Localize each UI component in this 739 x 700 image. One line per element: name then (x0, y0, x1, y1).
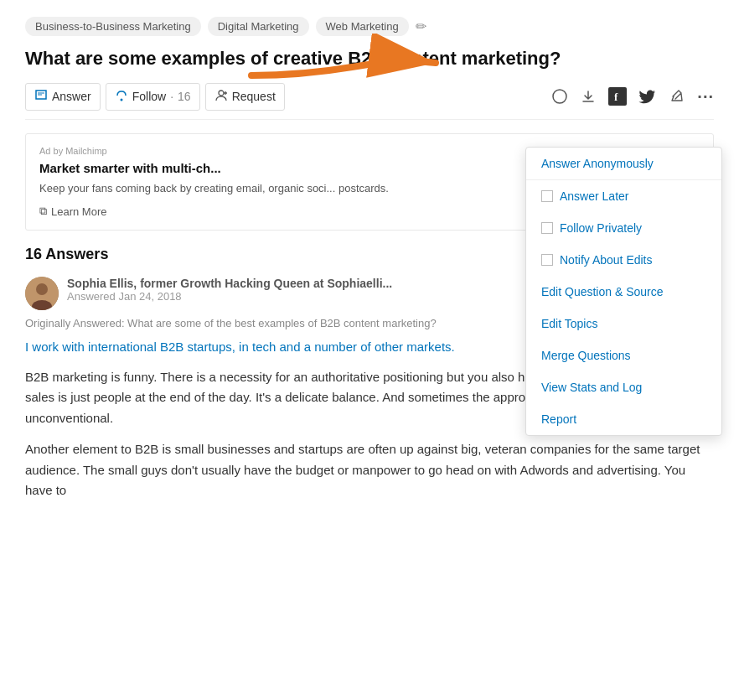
facebook-icon[interactable]: f (608, 87, 627, 106)
learn-more-icon: ⧉ (39, 205, 47, 218)
twitter-icon[interactable] (638, 87, 657, 106)
merge-questions-label: Merge Questions (541, 349, 631, 362)
question-title: What are some examples of creative B2B c… (25, 46, 714, 71)
action-bar-left: Answer Follow · 16 (25, 83, 285, 111)
view-stats-log-label: View Stats and Log (541, 381, 642, 394)
answer-button[interactable]: Answer (25, 83, 101, 111)
report-item[interactable]: Report (526, 403, 721, 435)
request-label: Request (232, 90, 276, 103)
answer-later-checkbox[interactable] (541, 190, 553, 202)
edit-question-source-item[interactable]: Edit Question & Source (526, 276, 721, 308)
share-icon[interactable] (669, 88, 685, 105)
tag-b2b[interactable]: Business-to-Business Marketing (25, 17, 201, 36)
dropdown-menu: Answer Anonymously Answer Later Follow P… (525, 147, 722, 436)
tag-digital[interactable]: Digital Marketing (208, 17, 309, 36)
tag-web[interactable]: Web Marketing (316, 17, 409, 36)
answer-para-2: Another element to B2B is small business… (25, 439, 714, 501)
answerer-date: Answered Jan 24, 2018 (67, 290, 392, 303)
comment-icon[interactable] (551, 88, 568, 105)
svg-point-2 (553, 90, 566, 103)
notify-edits-checkbox[interactable] (541, 254, 553, 266)
svg-point-7 (36, 283, 48, 295)
edit-topics-item[interactable]: Edit Topics (526, 308, 721, 340)
avatar (25, 277, 59, 310)
report-label: Report (541, 412, 576, 426)
action-bar: Answer Follow · 16 (25, 83, 714, 120)
follow-privately-label: Follow Privately (560, 221, 642, 235)
follow-button[interactable]: Follow · 16 (106, 83, 200, 111)
request-button[interactable]: Request (205, 83, 285, 111)
action-bar-right: f ··· (551, 87, 714, 106)
answer-icon (34, 89, 48, 105)
follow-icon (115, 89, 128, 105)
follow-label: Follow (132, 90, 166, 103)
svg-point-1 (219, 91, 224, 96)
answer-anonymously-label: Answer Anonymously (541, 157, 654, 170)
download-icon[interactable] (580, 88, 597, 105)
edit-question-source-label: Edit Question & Source (541, 285, 664, 298)
notify-edits-item[interactable]: Notify About Edits (526, 244, 721, 276)
svg-point-0 (120, 98, 122, 101)
view-stats-log-item[interactable]: View Stats and Log (526, 371, 721, 403)
follow-privately-item[interactable]: Follow Privately (526, 212, 721, 244)
notify-edits-label: Notify About Edits (560, 253, 653, 267)
follow-number: 16 (178, 90, 191, 103)
answer-label: Answer (52, 90, 91, 103)
request-icon (214, 89, 228, 105)
merge-questions-item[interactable]: Merge Questions (526, 340, 721, 371)
edit-topics-label: Edit Topics (541, 317, 597, 330)
follow-privately-checkbox[interactable] (541, 222, 553, 234)
page-container: Business-to-Business Marketing Digital M… (0, 0, 739, 535)
tags-row: Business-to-Business Marketing Digital M… (25, 17, 714, 36)
edit-tags-icon[interactable]: ✏ (416, 18, 426, 34)
svg-text:f: f (614, 91, 618, 103)
follow-count: · (170, 90, 173, 103)
answer-later-item[interactable]: Answer Later (526, 180, 721, 212)
answer-later-label: Answer Later (560, 189, 628, 203)
answer-anonymously-item[interactable]: Answer Anonymously (526, 148, 721, 180)
learn-more-label: Learn More (51, 205, 106, 218)
answer-meta: Sophia Ellis, former Growth Hacking Quee… (67, 277, 392, 303)
more-button[interactable]: ··· (697, 87, 714, 106)
answerer-name[interactable]: Sophia Ellis, former Growth Hacking Quee… (67, 277, 392, 290)
